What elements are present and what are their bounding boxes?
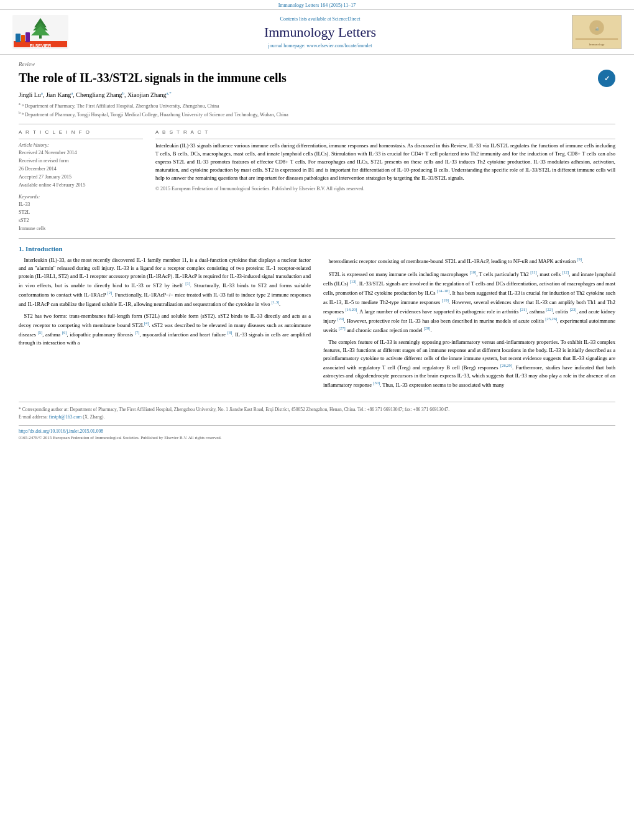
doi-link[interactable]: http://dx.doi.org/10.1016/j.imlet.2015.0… [19,428,103,434]
affiliation-b: b ᵇ Department of Pharmacy, Tongji Hospi… [19,110,615,119]
keyword-3: sST2 [19,217,143,225]
accepted-date: Accepted 27 January 2015 [19,173,143,182]
available-date: Available online 4 February 2015 [19,182,143,190]
keywords-label: Keywords: [19,194,143,200]
journal-homepage: journal homepage: www.elsevier.com/locat… [68,43,572,48]
intro-para-1: Interleukin (IL)-33, as the most recentl… [19,256,311,309]
intro-para-2: ST2 has two forms: trans-membranes full-… [19,312,311,347]
keyword-2: ST2L [19,209,143,217]
received-revised-date: 26 December 2014 [19,165,143,173]
intro-para-5: The complex feature of IL-33 is seemingl… [323,338,615,390]
elsevier-logo: ELSEVIER [12,15,68,49]
svg-rect-8 [21,35,25,42]
keyword-4: Immune cells [19,225,143,233]
journal-citation-text: Immunology Letters 164 (2015) 11–17 [278,2,356,8]
svg-text:🔬: 🔬 [595,26,600,31]
footnote-email-link[interactable]: firstph@163.com [49,414,82,420]
received-date: Received 24 November 2014 [19,149,143,157]
journal-citation: Immunology Letters 164 (2015) 11–17 [0,0,634,10]
svg-text:Immunology: Immunology [589,43,605,46]
article-info-column: A R T I C L E I N F O Article history: R… [19,129,143,233]
article-type-label: Review [19,61,615,67]
article-title: The role of IL-33/ST2L signals in the im… [19,70,592,86]
body-left-col: Interleukin (IL)-33, as the most recentl… [19,256,311,394]
section-title: 1. Introduction [19,245,615,252]
affiliation-a: a ᵃ Department of Pharmacy, The First Af… [19,101,615,110]
article-info-heading: A R T I C L E I N F O [19,129,143,135]
header-center: Contents lists available at ScienceDirec… [68,16,572,48]
footnote-star: * [19,407,21,412]
sciencedirect-label: Contents lists available at ScienceDirec… [68,16,572,22]
abstract-copyright: © 2015 European Federation of Immunologi… [155,185,615,193]
body-two-col: Interleukin (IL)-33, as the most recentl… [19,256,615,394]
affiliations: a ᵃ Department of Pharmacy, The First Af… [19,101,615,118]
svg-rect-7 [16,34,21,42]
main-content: Review The role of IL-33/ST2L signals in… [0,55,634,446]
keywords-section: Keywords: IL-33 ST2L sST2 Immune cells [19,194,143,233]
abstract-heading: A B S T R A C T [155,129,615,135]
body-right-col: heterodimeric receptor consisting of mem… [323,256,615,394]
divider-2 [19,238,615,239]
article-info-abstract: A R T I C L E I N F O Article history: R… [19,129,615,233]
journal-cover-image: 🔬 Immunology [572,15,622,49]
bottom-copyright: 0165-2478/© 2015 European Federation of … [19,435,615,440]
svg-rect-9 [25,32,30,42]
authors-list: Jingli Lua, Jian Kanga, Chengliang Zhang… [19,91,615,98]
svg-text:ELSEVIER: ELSEVIER [30,44,52,48]
bottom-doi: http://dx.doi.org/10.1016/j.imlet.2015.0… [19,425,615,434]
divider-1 [19,124,615,124]
introduction-section: 1. Introduction Interleukin (IL)-33, as … [19,245,615,394]
abstract-column: A B S T R A C T Interleukin (IL)-33 sign… [155,129,615,233]
footnote-email-suffix: (X. Zhang). [81,414,104,420]
journal-header: ELSEVIER Contents lists available at Sci… [0,10,634,55]
footnote-corresponding: * Corresponding author at: Department of… [19,406,615,413]
footnote-email-label: E-mail address: [19,414,49,420]
page: Immunology Letters 164 (2015) 11–17 ELSE… [0,0,634,840]
svg-rect-13 [576,39,618,40]
intro-para-3: heterodimeric receptor consisting of mem… [323,256,615,265]
received-revised-label: Received in revised form [19,157,143,165]
article-history: Article history: Received 24 November 20… [19,142,143,190]
intro-para-4: ST2L is expressed on many immune cells i… [323,269,615,335]
journal-title: Immunology Letters [68,24,572,40]
keyword-1: IL-33 [19,201,143,209]
footnote-text: Corresponding author at: Department of P… [22,407,449,412]
footnote-email: E-mail address: firstph@163.com (X. Zhan… [19,413,615,420]
footnote-area: * Corresponding author at: Department of… [19,402,615,420]
crossmark-icon[interactable]: ✓ [598,70,615,87]
keywords-list: IL-33 ST2L sST2 Immune cells [19,201,143,233]
abstract-text: Interleukin (IL)-33 signals influence va… [155,142,615,193]
history-label: Article history: [19,142,143,150]
